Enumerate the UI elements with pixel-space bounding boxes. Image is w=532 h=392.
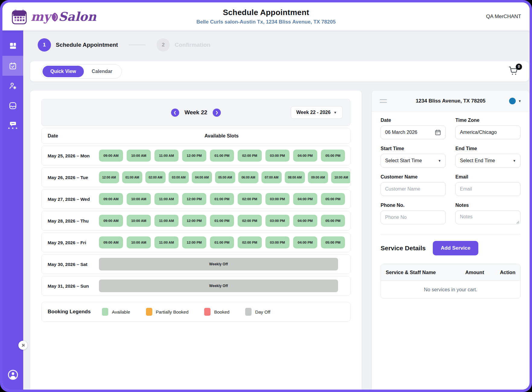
legend-swatch <box>102 308 108 316</box>
week-navigation-bar: ❮ Week 22 ❯ Week 22 - 2026 ▼ <box>41 99 350 126</box>
notes-input[interactable] <box>455 210 521 224</box>
add-service-button[interactable]: Add Service <box>433 241 478 255</box>
time-slot[interactable]: 01:00 PM <box>210 215 234 227</box>
chevron-down-icon: ▼ <box>438 159 441 163</box>
merchant-name: QA MerCHANT <box>486 14 530 20</box>
time-slot[interactable]: 12:00 PM <box>182 193 206 205</box>
time-slot[interactable]: 03:00 PM <box>265 193 290 205</box>
menu-icon[interactable] <box>380 99 387 103</box>
service-table-header: Service & Staff Name Amount Action <box>381 264 520 281</box>
time-slot[interactable]: 10:00 AM <box>331 171 350 183</box>
calendar-logo-icon <box>11 8 27 25</box>
time-slot[interactable]: 01:00 PM <box>210 193 234 205</box>
sidebar-item-gallery[interactable] <box>2 96 23 115</box>
time-slot[interactable]: 03:00 PM <box>265 236 290 248</box>
time-slot[interactable]: 09:00 AM <box>99 236 123 248</box>
time-slot[interactable]: 02:00 PM <box>238 236 262 248</box>
email-input[interactable] <box>455 182 521 196</box>
sidebar-item-customers[interactable] <box>2 76 23 96</box>
start-time-value: Select Start Time <box>385 158 438 163</box>
time-slot[interactable]: 08:00 AM <box>285 171 305 183</box>
time-slot[interactable]: 09:00 AM <box>308 171 328 183</box>
previous-week-button[interactable]: ❮ <box>171 109 179 117</box>
timezone-input[interactable]: America/Chicago <box>455 125 521 139</box>
next-week-button[interactable]: ❯ <box>213 109 221 117</box>
time-slot[interactable]: 11:00 AM <box>154 193 179 205</box>
time-slot[interactable]: 05:00 AM <box>215 171 235 183</box>
time-slot[interactable]: 07:00 AM <box>261 171 282 183</box>
legend-item: Available <box>102 308 130 316</box>
start-time-field: Start Time Select Start Time ▼ <box>381 146 446 168</box>
week-year-dropdown[interactable]: Week 22 - 2026 ▼ <box>291 106 343 119</box>
time-slot[interactable]: 05:00 PM <box>321 236 345 248</box>
time-slot[interactable]: 05:00 PM <box>321 215 345 227</box>
time-slot[interactable]: 04:00 PM <box>293 150 317 162</box>
time-slot[interactable]: 05:00 PM <box>321 193 345 205</box>
time-slot[interactable]: 03:00 AM <box>169 171 189 183</box>
time-slot[interactable]: 02:00 AM <box>145 171 166 183</box>
row-date-label: May 29, 2026 – Fri <box>48 240 99 245</box>
time-slot[interactable]: 09:00 AM <box>99 193 123 205</box>
time-slot[interactable]: 01:00 PM <box>210 150 234 162</box>
sidebar-item-dashboard[interactable] <box>2 36 23 56</box>
time-slot[interactable]: 03:00 PM <box>265 215 290 227</box>
time-slot[interactable]: 04:00 PM <box>293 215 317 227</box>
phone-input[interactable] <box>381 210 446 224</box>
time-slot[interactable]: 02:00 PM <box>238 150 262 162</box>
sidebar-nav: ★ ★ ★ <box>2 30 23 390</box>
time-slot[interactable]: 04:00 AM <box>192 171 212 183</box>
row-slots: Weekly Off <box>99 280 350 292</box>
customer-name-input[interactable] <box>381 182 446 196</box>
time-slot[interactable]: 12:00 PM <box>182 236 206 248</box>
time-slot[interactable]: 02:00 PM <box>238 193 262 205</box>
time-slot[interactable]: 12:00 PM <box>182 215 206 227</box>
time-slot[interactable]: 11:00 AM <box>154 150 179 162</box>
stepper: 1 Schedule Appointment 2 Confirmation <box>38 38 210 52</box>
start-time-select[interactable]: Select Start Time ▼ <box>381 154 446 168</box>
legends-title: Booking Legends <box>48 309 102 315</box>
sidebar-item-reviews[interactable]: ★ ★ ★ <box>2 115 23 135</box>
time-slot[interactable]: 10:00 AM <box>127 215 151 227</box>
date-input[interactable]: 06 March 2026 <box>381 125 446 139</box>
time-slot[interactable]: 01:00 PM <box>210 236 234 248</box>
panel-header: 1234 Bliss Avenue, TX 78205 ▼ <box>372 90 529 112</box>
time-slot[interactable]: 10:00 AM <box>127 193 151 205</box>
logo-word-my: my <box>31 9 51 24</box>
time-slot[interactable]: 06:00 AM <box>238 171 258 183</box>
time-slot[interactable]: 09:00 AM <box>99 150 123 162</box>
row-slots: Weekly Off <box>99 258 350 270</box>
schedule-row: May 31, 2026 – SunWeekly Off <box>41 276 350 296</box>
sidebar-collapse-button[interactable] <box>18 341 27 350</box>
time-slot[interactable]: 05:00 PM <box>321 150 345 162</box>
time-slot[interactable]: 04:00 PM <box>293 236 317 248</box>
tab-calendar[interactable]: Calendar <box>84 66 120 77</box>
time-slot[interactable]: 02:00 PM <box>238 215 262 227</box>
time-slot[interactable]: 11:00 AM <box>154 215 179 227</box>
cart-button[interactable]: 0 <box>508 65 520 77</box>
tab-quick-view[interactable]: Quick View <box>43 66 84 77</box>
weekly-off-bar: Weekly Off <box>99 280 338 292</box>
time-slot[interactable]: 10:00 AM <box>127 150 151 162</box>
salon-address-subtitle: Belle Curls salon-Austin Tx, 1234 Bliss … <box>196 19 336 25</box>
chevron-down-icon: ▼ <box>334 111 337 114</box>
time-slot[interactable]: 12:00 PM <box>182 150 206 162</box>
schedule-rows: May 25, 2026 – Mon09:00 AM10:00 AM11:00 … <box>41 146 350 296</box>
location-dropdown[interactable]: ▼ <box>509 98 521 104</box>
chevron-right-icon: ❯ <box>215 110 218 115</box>
slots-column-header: Available Slots <box>99 133 350 139</box>
sidebar-item-appointments[interactable] <box>2 56 23 76</box>
week-year-value: Week 22 - 2026 <box>296 110 331 115</box>
location-status-dot <box>509 98 516 104</box>
end-time-select[interactable]: Select End Time ▼ <box>455 154 521 168</box>
time-slot[interactable]: 04:00 PM <box>293 193 317 205</box>
action-column: Action <box>491 270 515 275</box>
time-slot[interactable]: 10:00 AM <box>127 236 151 248</box>
row-slots: 09:00 AM10:00 AM11:00 AM12:00 PM01:00 PM… <box>99 236 350 248</box>
time-slot[interactable]: 03:00 PM <box>265 150 290 162</box>
time-slot[interactable]: 11:00 AM <box>154 236 179 248</box>
legend-item: Day Off <box>245 308 271 316</box>
account-button[interactable] <box>7 369 19 382</box>
time-slot[interactable]: 12:00 AM <box>99 171 119 183</box>
time-slot[interactable]: 01:00 AM <box>122 171 142 183</box>
time-slot[interactable]: 09:00 AM <box>99 215 123 227</box>
